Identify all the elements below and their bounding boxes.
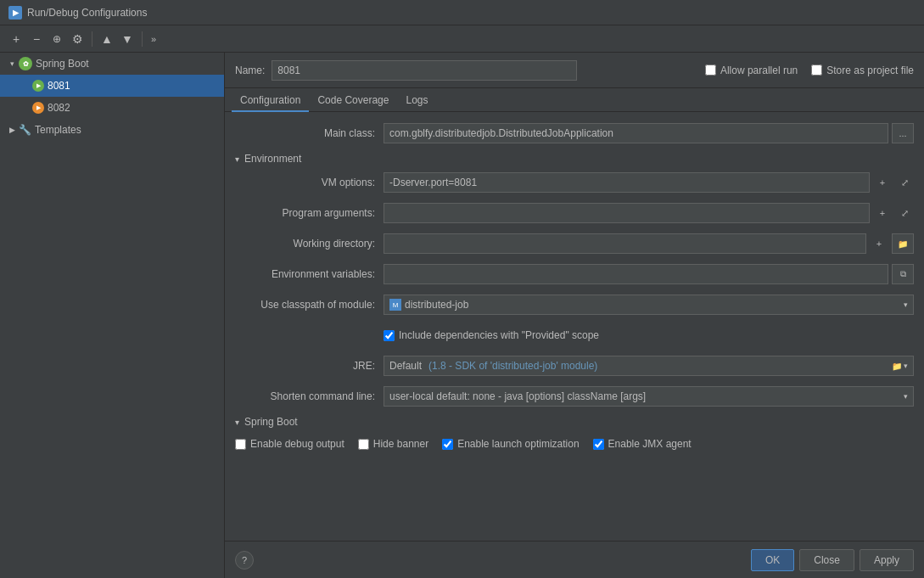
run-icon-8081: ▶ (32, 80, 44, 92)
jmx-label: Enable JMX agent (608, 438, 692, 450)
env-vars-field: ⧉ (384, 264, 914, 284)
tree-item-spring-boot[interactable]: ▾ ✿ Spring Boot (0, 53, 224, 75)
main-class-row: Main class: ... (235, 122, 914, 144)
jre-detail: (1.8 - SDK of 'distributed-job' module) (428, 360, 597, 372)
hide-banner-checkbox[interactable] (358, 439, 369, 450)
working-dir-add[interactable]: + (870, 234, 888, 253)
jmx-checkbox[interactable] (593, 439, 604, 450)
wrench-icon: 🔧 (19, 124, 31, 136)
launch-opt-label: Enable launch optimization (457, 438, 579, 450)
name-row: Name: Allow parallel run Store as projec… (225, 53, 924, 88)
debug-output-checkbox[interactable] (235, 439, 246, 450)
toolbar: + − ⊕ ⚙ ▲ ▼ » (0, 25, 924, 53)
toolbar-separator (92, 31, 92, 47)
tree-arrow-templates: ▶ (7, 125, 17, 135)
left-panel: ▾ ✿ Spring Boot ▶ 8081 ▶ 8082 ▶ 🔧 Templa… (0, 53, 225, 578)
include-deps-field: Include dependencies with "Provided" sco… (384, 329, 914, 341)
right-panel: Name: Allow parallel run Store as projec… (225, 53, 924, 578)
title-bar-text: Run/Debug Configurations (27, 7, 147, 19)
jre-dropdown[interactable]: Default (1.8 - SDK of 'distributed-job' … (384, 356, 914, 376)
main-class-browse[interactable]: ... (892, 123, 914, 143)
include-deps-label: Include dependencies with "Provided" sco… (399, 329, 599, 341)
working-dir-row: Working directory: + 📁 (235, 233, 914, 255)
program-args-expand[interactable]: ⤢ (895, 204, 914, 222)
allow-parallel-checkbox[interactable] (705, 65, 716, 76)
program-args-add[interactable]: + (873, 204, 892, 222)
store-project-group: Store as project file (811, 65, 914, 76)
program-args-row: Program arguments: + ⤢ (235, 202, 914, 224)
tab-configuration[interactable]: Configuration (232, 90, 309, 112)
env-vars-copy[interactable]: ⧉ (892, 264, 914, 284)
close-button[interactable]: Close (799, 549, 854, 571)
jre-default: Default (389, 360, 422, 372)
classpath-field: M distributed-job ▾ distributed-job (384, 295, 914, 315)
program-args-label: Program arguments: (235, 207, 384, 219)
spring-boot-section-header: ▾ Spring Boot (235, 416, 914, 428)
classpath-label: Use classpath of module: (235, 299, 384, 311)
run-debug-configurations-dialog: ▶ Run/Debug Configurations + − ⊕ ⚙ ▲ ▼ »… (0, 0, 924, 578)
spring-boot-icon: ✿ (19, 57, 32, 70)
hide-banner-label: Hide banner (373, 438, 428, 450)
jre-field: Default (1.8 - SDK of 'distributed-job' … (384, 356, 914, 376)
debug-output-label: Enable debug output (250, 438, 344, 450)
name-input[interactable] (272, 60, 577, 81)
form-content: Main class: ... ▾ Environment VM options… (225, 112, 924, 541)
environment-title: Environment (244, 153, 301, 165)
jre-browse-icon: 📁 (892, 362, 902, 371)
include-deps-row: Include dependencies with "Provided" sco… (235, 324, 914, 346)
launch-opt-checkbox[interactable] (442, 439, 453, 450)
vm-options-add[interactable]: + (873, 173, 892, 192)
tabs-bar: Configuration Code Coverage Logs (225, 88, 924, 112)
working-dir-input[interactable] (384, 233, 866, 254)
shorten-cmd-label: Shorten command line: (235, 390, 384, 402)
program-args-field: + ⤢ (384, 203, 914, 223)
shorten-cmd-field: user-local default: none - java [options… (384, 386, 914, 407)
jre-label: JRE: (235, 360, 384, 372)
copy-config-button[interactable]: ⊕ (48, 30, 66, 48)
tree-item-8081[interactable]: ▶ 8081 (0, 75, 224, 97)
debug-output-item: Enable debug output (235, 438, 344, 450)
more-options[interactable]: » (148, 34, 160, 44)
main-class-field: ... (384, 123, 914, 143)
ok-button[interactable]: OK (751, 549, 794, 571)
spring-boot-checkboxes: Enable debug output Hide banner Enable l… (235, 435, 914, 453)
settings-button[interactable]: ⚙ (68, 30, 87, 48)
environment-arrow[interactable]: ▾ (235, 154, 239, 164)
environment-section-header: ▾ Environment (235, 153, 914, 165)
vm-options-expand[interactable]: ⤢ (895, 173, 914, 192)
tab-logs[interactable]: Logs (397, 90, 436, 112)
main-class-input[interactable] (384, 123, 888, 143)
move-down-button[interactable]: ▼ (118, 30, 137, 48)
include-deps-checkbox[interactable] (384, 330, 395, 341)
templates-label: Templates (35, 124, 81, 136)
move-up-button[interactable]: ▲ (98, 30, 116, 48)
tree-item-8082[interactable]: ▶ 8082 (0, 97, 224, 119)
working-dir-browse[interactable]: 📁 (892, 233, 914, 254)
working-dir-label: Working directory: (235, 238, 384, 250)
title-bar: ▶ Run/Debug Configurations (0, 0, 924, 25)
env-vars-input[interactable] (384, 264, 888, 284)
classpath-row: Use classpath of module: M distributed-j… (235, 294, 914, 316)
add-button[interactable]: + (7, 30, 25, 48)
main-class-label: Main class: (235, 127, 384, 139)
vm-options-row: VM options: + ⤢ (235, 171, 914, 194)
tree-item-templates[interactable]: ▶ 🔧 Templates (0, 119, 224, 141)
title-bar-icon: ▶ (8, 6, 22, 20)
apply-button[interactable]: Apply (860, 549, 914, 571)
spring-boot-section: ▾ Spring Boot Enable debug output Hide b… (235, 416, 914, 453)
remove-button[interactable]: − (27, 30, 46, 48)
store-project-checkbox[interactable] (811, 65, 822, 76)
spring-boot-section-arrow[interactable]: ▾ (235, 418, 239, 427)
jre-arrow: ▾ (904, 362, 908, 371)
jmx-item: Enable JMX agent (593, 438, 692, 450)
working-dir-field: + 📁 (384, 233, 914, 254)
shorten-cmd-dropdown[interactable]: user-local default: none - java [options… (384, 386, 914, 407)
config-8082-label: 8082 (48, 102, 70, 114)
main-content: ▾ ✿ Spring Boot ▶ 8081 ▶ 8082 ▶ 🔧 Templa… (0, 53, 924, 578)
help-button[interactable]: ? (235, 551, 254, 570)
hide-banner-item: Hide banner (358, 438, 428, 450)
program-args-input[interactable] (384, 203, 870, 223)
classpath-dropdown[interactable]: M distributed-job ▾ distributed-job (384, 295, 914, 315)
vm-options-input[interactable] (384, 172, 870, 193)
tab-code-coverage[interactable]: Code Coverage (309, 90, 397, 112)
